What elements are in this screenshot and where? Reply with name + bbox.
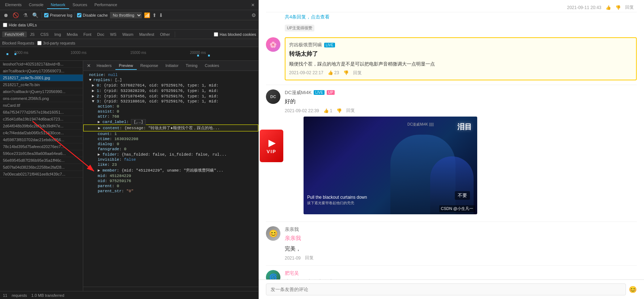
req-type-doc[interactable]: Doc [95, 31, 107, 37]
json-parent-str[interactable]: parent_str: "0" [83, 189, 258, 194]
file-item-5[interactable]: ons-comment.2f36fc5.png [0, 95, 83, 102]
highlighted-like[interactable]: 👍 23 [328, 70, 339, 75]
tab-performance[interactable]: Performance [91, 1, 121, 9]
dc-like[interactable]: 👍 1 [323, 108, 332, 113]
file-item-10[interactable]: c4c7f4eddaf2ab06f0c513430cce... [0, 130, 83, 136]
comments-scroll[interactable]: 2021-09-11 20:43 👍 👎 回复 共4条回复，点击查看 UP主觉得… [259, 0, 644, 279]
more-replies[interactable]: 共4条回复，点击查看 [266, 12, 637, 23]
comment-3-reply[interactable]: 回复 [305, 255, 314, 261]
file-item-1[interactable]: ain?callback=jQuery1720569073... [0, 68, 83, 75]
req-type-other[interactable]: Other [157, 31, 173, 37]
detail-scrollbar[interactable] [83, 287, 258, 291]
preserve-log-checkbox[interactable] [44, 13, 48, 17]
json-like[interactable]: like: 23 [83, 162, 258, 167]
json-oid[interactable]: oid: 975259176 [83, 178, 258, 184]
json-ctime[interactable]: ctime: 1630392208 [83, 136, 258, 142]
comment-1-like[interactable]: 👍 [606, 5, 611, 10]
file-item-4[interactable]: ation?callback=jQuery172056990... [0, 88, 83, 95]
file-item-3[interactable]: 2518217_cc4e7b.bin [0, 81, 83, 88]
file-item-12[interactable]: 78c14bd395d75afeecd20276ec7... [0, 143, 83, 150]
req-type-ws[interactable]: WS [107, 31, 119, 37]
json-folder[interactable]: ▶ folder: {has_folded: false, is_folded:… [83, 152, 258, 157]
hide-data-urls-checkbox[interactable] [3, 23, 7, 27]
tab-network[interactable]: Network [47, 1, 69, 9]
req-type-media[interactable]: Media [64, 31, 80, 37]
json-content[interactable]: ▶ content: {message: "转场太帅了♦顺便找个茬，踩点的地..… [83, 125, 258, 131]
file-item-0[interactable]: leoshot?cid=402518217&bvid=B... [0, 61, 83, 68]
tab-console[interactable]: Console [25, 1, 47, 9]
req-type-img[interactable]: Img [52, 31, 63, 37]
comment-1-reply[interactable]: 回复 [625, 4, 634, 10]
json-reply-2[interactable]: ▶ 2: {rpid: 5371876456, oid: 975259176, … [83, 93, 258, 99]
json-member[interactable]: ▶ member: {mid: "451284229", uname: "穷凶极… [83, 167, 258, 173]
detail-tab-initiator[interactable]: Initiator [162, 62, 182, 70]
highlighted-dislike[interactable]: 👎 [343, 70, 349, 75]
file-item-8[interactable]: c35d41d8a19b19474d6bac6723... [0, 116, 83, 123]
hide-data-urls-label[interactable]: Hide data URLs [3, 23, 37, 27]
json-invisible[interactable]: invisible: false [83, 157, 258, 162]
third-party-checkbox[interactable] [37, 41, 42, 45]
network-icon[interactable]: 📶 [144, 12, 150, 18]
req-type-css[interactable]: CSS [38, 31, 51, 37]
file-item-2[interactable]: 2518217_cc4e7b-0001.jpg [0, 75, 83, 81]
third-party-label[interactable]: 3rd-party requests [37, 41, 75, 45]
file-item-6[interactable]: nsCard.ttf [0, 102, 83, 109]
file-item-9[interactable]: 2d64f048b39fb6c26f3db39df47e... [0, 123, 83, 130]
file-item-13[interactable]: 596ce231b918ea38a608aa64ea6... [0, 150, 83, 157]
json-mid[interactable]: mid: 451284229 [83, 173, 258, 178]
throttle-select[interactable]: No throttling [110, 12, 142, 18]
video-no-btn[interactable]: 不要 [455, 191, 470, 200]
clear-icon[interactable]: 🚫 [12, 12, 20, 19]
req-type-fetch-xhr[interactable]: Fetch/XHR [2, 31, 27, 37]
json-tree[interactable]: notice: null ▼replies: […] ▶ 0: {rpid: 5… [83, 71, 258, 287]
file-item-14[interactable]: 56e89545d87f286b95e35a1ff46c... [0, 157, 83, 164]
preserve-log-label[interactable]: Preserve log [44, 13, 72, 17]
json-reply-0[interactable]: ▶ 0: {rpid: 5376827014, oid: 975259176, … [83, 83, 258, 88]
emoji-button[interactable]: 😊 [629, 286, 637, 294]
json-card-label[interactable]: ▶ card_label: [,…] [83, 119, 258, 125]
tab-elements[interactable]: Elements [1, 1, 25, 9]
req-type-wasm[interactable]: Wasm [120, 31, 136, 37]
json-reply-3[interactable]: ▼ 3: {rpid: 5323188610, oid: 975259176, … [83, 99, 258, 104]
json-assist[interactable]: assist: 0 [83, 109, 258, 114]
filter-icon[interactable]: ⚗ [22, 12, 29, 19]
export-icon[interactable]: ⬇ [159, 12, 163, 18]
json-count[interactable]: count: 1 [83, 131, 258, 136]
detail-close-icon[interactable]: ✕ [85, 62, 93, 69]
disable-cache-checkbox[interactable] [77, 13, 81, 17]
file-list[interactable]: leoshot?cid=402518217&bvid=B... ain?call… [0, 61, 83, 291]
file-item-7[interactable]: 68a7f534777d26f57e19bd16051... [0, 109, 83, 116]
req-type-manifest[interactable]: Manifest [137, 31, 157, 37]
req-type-js[interactable]: JS [27, 31, 37, 37]
search-icon[interactable]: 🔍 [31, 12, 39, 19]
json-replies[interactable]: ▼replies: […] [83, 77, 258, 83]
file-item-16[interactable]: 7e00ecab02171f8461ee8cf439c7... [0, 171, 83, 178]
json-action[interactable]: action: 0 [83, 104, 258, 109]
req-type-font[interactable]: Font [81, 31, 94, 37]
record-icon[interactable]: ⏺ [2, 12, 9, 19]
json-notice[interactable]: notice: null [83, 72, 258, 77]
highlighted-reply[interactable]: 回复 [353, 70, 362, 76]
detail-tab-headers[interactable]: Headers [93, 62, 115, 70]
disable-cache-label[interactable]: Disable cache [77, 13, 108, 17]
json-attr[interactable]: attr: 768 [83, 114, 258, 119]
comment-1-dislike[interactable]: 👎 [615, 5, 621, 10]
detail-tab-response[interactable]: Response [137, 62, 162, 70]
detail-tab-timing[interactable]: Timing [182, 62, 201, 70]
json-reply-1[interactable]: ▶ 1: {rpid: 5323828239, oid: 975259176, … [83, 88, 258, 93]
file-item-11[interactable]: 4d59873f810702dac21ebdcc056... [0, 136, 83, 143]
json-fansgrade[interactable]: fansgrade: 0 [83, 147, 258, 152]
json-dialog[interactable]: dialog: 0 [83, 142, 258, 147]
has-blocked-cookies-label[interactable]: Has blocked cookies [214, 32, 256, 37]
file-item-15[interactable]: 5d07fa04d38236bc2258be2faf28... [0, 164, 83, 171]
devtools-close[interactable]: ✕ [249, 2, 257, 8]
tab-sources[interactable]: Sources [69, 1, 91, 9]
json-parent[interactable]: parent: 0 [83, 184, 258, 189]
dc-reply[interactable]: 回复 [346, 108, 355, 114]
vip-banner[interactable]: ▶ VIP [260, 130, 283, 162]
comment-input[interactable] [266, 283, 626, 295]
settings-icon[interactable]: ⚙ [251, 12, 256, 18]
detail-tab-cookies[interactable]: Cookies [201, 62, 223, 70]
detail-tab-preview[interactable]: Preview [115, 62, 137, 70]
dc-dislike[interactable]: 👎 [336, 108, 342, 113]
